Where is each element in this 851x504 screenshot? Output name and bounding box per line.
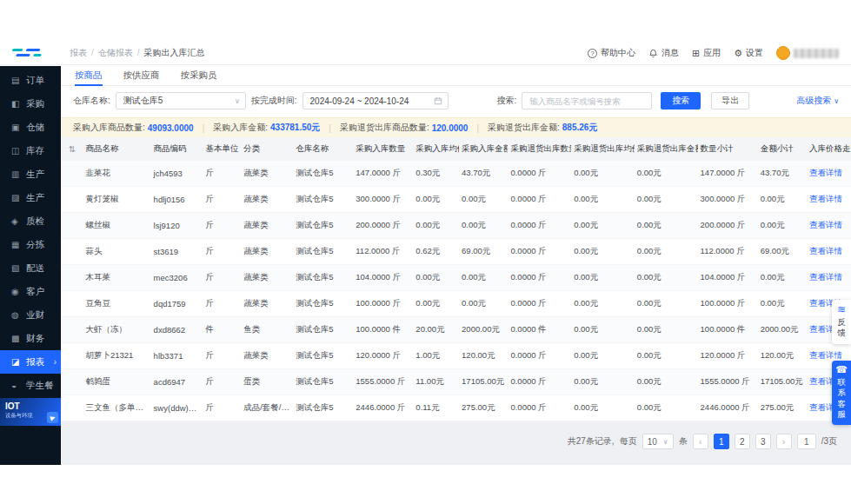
cell-product-code: jch4593 — [151, 161, 203, 187]
prev-page-button[interactable]: ‹ — [693, 434, 708, 449]
cell-expand — [61, 213, 83, 239]
cell-in-qty: 120.0000 斤 — [353, 343, 413, 369]
page-button[interactable]: 3 — [755, 434, 771, 449]
sidebar-item[interactable]: ◫ 库存 — [0, 139, 61, 162]
view-detail-link[interactable]: 查看详情 — [809, 246, 842, 255]
iot-module[interactable]: IOT 设备与环境 — [0, 398, 61, 426]
cell-return-out-amount: 0.00元 — [635, 161, 698, 187]
sidebar-item[interactable]: ▤ 订单 — [0, 69, 61, 92]
cell-unit: 斤 — [203, 265, 242, 291]
date-range-picker[interactable]: 2024-09-24 ~ 2024-10-24 — [303, 92, 449, 109]
sidebar-item[interactable]: ◪ 报表 — [0, 350, 61, 374]
cell-warehouse: 测试仓库5 — [293, 265, 353, 291]
cell-return-out-qty: 0.0000 斤 — [508, 161, 571, 187]
cell-unit: 斤 — [203, 395, 242, 421]
cell-product-name: 螺丝椒 — [83, 213, 150, 239]
column-header: 采购退货出库均价 — [571, 137, 635, 161]
cell-in-amount: 120.00元 — [459, 343, 508, 369]
per-page-select[interactable]: 10 ∨ — [642, 434, 674, 449]
sidebar-item[interactable]: ▥ 生产 — [0, 162, 61, 186]
sidebar-item-icon: ◉ — [11, 287, 21, 296]
column-header: 采购入库均价 — [413, 137, 459, 161]
column-header: 采购退货出库数量 — [508, 137, 571, 161]
sidebar-item-icon: ▧ — [11, 263, 21, 273]
help-center-button[interactable]: ? 帮助中心 — [588, 47, 635, 59]
column-settings-cell[interactable]: ⇅ — [61, 137, 83, 161]
cell-return-out-qty: 0.0000 斤 — [508, 369, 571, 395]
cell-return-out-qty: 0.0000 件 — [508, 317, 571, 343]
sidebar-item[interactable]: ◒ 学生餐 — [0, 374, 61, 397]
sidebar-item[interactable]: ◈ 质检 — [0, 209, 61, 233]
avatar — [776, 46, 790, 60]
sidebar-item-icon: ▤ — [11, 76, 21, 85]
cell-return-out-amount: 0.00元 — [635, 317, 698, 343]
cell-expand — [61, 161, 83, 187]
username-redacted — [794, 49, 839, 58]
sidebar-item-icon: ▨ — [11, 193, 21, 202]
cell-product-name: 三文鱼（多单位） — [83, 395, 150, 421]
cell-return-out-qty: 0.0000 斤 — [508, 265, 571, 291]
sidebar-item[interactable]: ▣ 仓储 — [0, 116, 61, 139]
breadcrumb-item[interactable]: 报表 — [70, 47, 87, 59]
cell-warehouse: 测试仓库5 — [293, 239, 353, 265]
view-detail-link[interactable]: 查看详情 — [809, 220, 842, 229]
table-row: 木耳菜 mec3206 斤 蔬菜类 测试仓库5 104.0000 斤 0.00元… — [61, 265, 851, 291]
cell-in-avg-price: 0.00元 — [413, 265, 459, 291]
view-detail-link[interactable]: 查看详情 — [809, 350, 842, 360]
cell-return-out-amount: 0.00元 — [635, 265, 698, 291]
view-detail-link[interactable]: 查看详情 — [809, 194, 842, 203]
sidebar-item-icon: ▦ — [11, 240, 21, 249]
sidebar-item-label: 学生餐 — [26, 380, 54, 392]
cell-unit: 斤 — [203, 187, 242, 213]
sidebar-item-label: 生产 — [26, 192, 44, 204]
cell-expand — [61, 317, 83, 343]
apps-button[interactable]: ⊞ 应用 — [692, 47, 721, 59]
chevron-down-icon: ∨ — [834, 97, 839, 105]
sidebar-item-icon: ▩ — [11, 334, 21, 343]
search-label: 搜索: — [497, 95, 517, 107]
tab[interactable]: 按采购员 — [181, 66, 217, 85]
cell-amount-subtotal: 120.00元 — [758, 343, 807, 369]
sidebar-item[interactable]: ▦ 分拣 — [0, 233, 61, 256]
messages-button[interactable]: 消息 — [648, 47, 679, 59]
cell-category: 蔬菜类 — [241, 291, 293, 317]
next-page-button[interactable]: › — [776, 434, 792, 449]
breadcrumb-item[interactable]: 采购出入库汇总 — [133, 47, 205, 59]
sidebar-item[interactable]: ▨ 生产 — [0, 186, 61, 209]
settings-button[interactable]: ⚙ 设置 — [734, 47, 763, 59]
tab[interactable]: 按供应商 — [123, 66, 160, 85]
column-header: 金额小计 — [758, 137, 807, 161]
cell-in-amount: 43.70元 — [459, 161, 508, 187]
per-page-value: 10 — [648, 437, 657, 447]
warehouse-select[interactable]: 测试仓库5 ∨ — [116, 92, 246, 109]
export-button[interactable]: 导出 — [711, 92, 749, 109]
sidebar-item[interactable]: ▩ 财务 — [0, 327, 61, 350]
breadcrumb-item[interactable]: 仓储报表 — [87, 47, 133, 59]
advanced-search-toggle[interactable]: 高级搜索 ∨ — [796, 95, 839, 107]
contact-support-float-button[interactable]: ☎ 联系客服 — [832, 361, 851, 425]
cell-in-amount: 275.00元 — [459, 395, 508, 421]
sidebar-item[interactable]: ▧ 配送 — [0, 256, 61, 280]
apps-grid-icon: ⊞ — [692, 49, 700, 58]
page-button[interactable]: 1 — [714, 434, 729, 449]
page-jump-input[interactable]: 1 — [797, 434, 816, 449]
sidebar-item[interactable]: ◍ 业财 — [0, 303, 61, 327]
view-detail-link[interactable]: 查看详情 — [809, 168, 842, 177]
sidebar-item[interactable]: ◧ 采购 — [0, 92, 61, 116]
view-detail-link[interactable]: 查看详情 — [809, 272, 842, 282]
tab[interactable]: 按商品 — [75, 66, 103, 85]
cell-product-code: dxd8662 — [151, 317, 203, 343]
search-button[interactable]: 搜索 — [661, 92, 701, 109]
cell-return-out-qty: 0.0000 斤 — [508, 343, 571, 369]
cell-product-name: 木耳菜 — [83, 265, 150, 291]
column-header: 商品名称 — [83, 137, 150, 161]
cell-expand — [61, 395, 83, 421]
sidebar-item[interactable]: ◉ 客户 — [0, 280, 61, 303]
user-menu[interactable] — [776, 46, 839, 60]
feedback-float-button[interactable]: ≋ 反馈 — [832, 300, 851, 344]
cell-in-amount: 0.00元 — [459, 187, 508, 213]
phone-icon: ☎ — [834, 365, 849, 375]
page-button[interactable]: 2 — [735, 434, 750, 449]
header-actions: ? 帮助中心 消息 ⊞ 应用 ⚙ 设置 — [588, 46, 851, 60]
search-input[interactable] — [522, 92, 652, 109]
